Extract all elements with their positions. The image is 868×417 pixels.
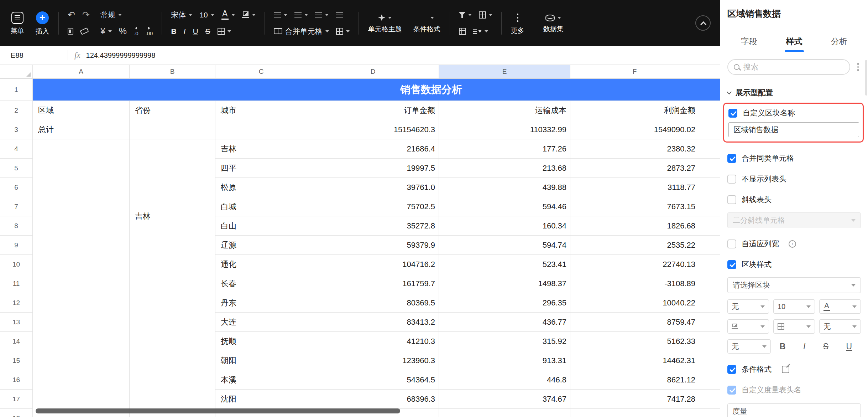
conditional-format-button[interactable]: 条件格式 (408, 14, 446, 32)
cell-city[interactable]: 大连 (215, 313, 307, 332)
row-header[interactable]: 5 (0, 159, 33, 178)
more-button[interactable]: 更多 (505, 12, 530, 34)
row-header[interactable]: 12 (0, 293, 33, 313)
cell-shipping-cost[interactable]: 296.35 (439, 293, 570, 313)
row-header[interactable]: 18 (0, 409, 33, 417)
cell-empty[interactable] (215, 120, 307, 139)
cell-shipping-cost[interactable]: 374.67 (439, 390, 570, 409)
row-header[interactable]: 9 (0, 236, 33, 255)
merge-cells-button[interactable]: 合并单元格 (271, 24, 332, 38)
style-fill-color-select[interactable] (727, 319, 769, 334)
bold-toggle[interactable]: B (780, 342, 786, 351)
bold-button[interactable]: B (168, 24, 179, 38)
row-header[interactable]: 10 (0, 255, 33, 274)
italic-button[interactable]: I (181, 24, 189, 38)
column-header-e-selected[interactable]: E (439, 65, 570, 79)
cell-city[interactable]: 长春 (215, 274, 307, 293)
sort-button[interactable] (470, 24, 491, 38)
panel-more-icon[interactable] (855, 62, 861, 72)
cell-city[interactable]: 白山 (215, 216, 307, 236)
sheet-title-cell[interactable]: 销售数据分析 (33, 79, 720, 101)
cell-profit[interactable]: 1826.68 (570, 216, 699, 236)
increase-decimal-button[interactable]: .00 (142, 24, 156, 38)
eraser-button[interactable] (77, 24, 91, 38)
row-header-2[interactable]: 2 (0, 101, 33, 120)
cell-overflow[interactable] (699, 274, 720, 293)
column-header-f[interactable]: F (570, 65, 699, 79)
cell-total-label[interactable]: 总计 (33, 120, 130, 139)
column-header-c[interactable]: C (215, 65, 307, 79)
cell-name-box[interactable]: E88 (0, 51, 68, 60)
cell-city[interactable]: 吉林 (215, 139, 307, 159)
row-header[interactable]: 6 (0, 178, 33, 197)
row-header[interactable]: 17 (0, 390, 33, 409)
style-border-select[interactable] (773, 319, 815, 334)
cell-city[interactable]: 辽源 (215, 236, 307, 255)
cell-shipping-cost[interactable]: 1498.37 (439, 274, 570, 293)
cell-overflow[interactable] (699, 293, 720, 313)
cell-shipping-cost[interactable] (439, 409, 570, 417)
underline-button[interactable]: U (189, 24, 201, 38)
horizontal-align-button[interactable] (271, 8, 291, 22)
menu-button[interactable]: 菜单 (5, 12, 30, 34)
font-color-button[interactable]: A (218, 8, 238, 22)
cell-order-amount[interactable]: 19997.5 (307, 159, 439, 178)
conditional-format-checkbox-row[interactable]: 条件格式 (727, 364, 861, 374)
cell-order-amount[interactable]: 161759.7 (307, 274, 439, 293)
cell-profit[interactable]: 8759.47 (570, 313, 699, 332)
cell-theme-button[interactable]: 单元格主题 (362, 14, 408, 32)
select-all-corner[interactable] (0, 65, 33, 79)
cell-shipping-cost[interactable]: 594.74 (439, 236, 570, 255)
edit-icon[interactable] (782, 366, 789, 373)
font-family-select[interactable]: 宋体 (168, 8, 195, 22)
row-header[interactable]: 7 (0, 197, 33, 216)
tab-analysis[interactable]: 分析 (830, 36, 849, 52)
style-font-color-select[interactable]: A (819, 299, 861, 314)
percent-format-button[interactable]: % (116, 24, 130, 38)
custom-measure-checkbox-row[interactable]: 自定义度量表头名 (727, 385, 861, 395)
cell-total-order[interactable]: 15154620.3 (307, 120, 439, 139)
cell-header-city[interactable]: 城市 (215, 101, 307, 120)
row-header[interactable]: 4 (0, 139, 33, 159)
row-header-3[interactable]: 3 (0, 120, 33, 139)
cell-overflow[interactable] (699, 159, 720, 178)
info-icon[interactable]: i (789, 240, 796, 248)
slash-header-checkbox-row[interactable]: 斜线表头 (727, 195, 861, 205)
cell-profit[interactable]: 7417.28 (570, 390, 699, 409)
cell-header-profit[interactable]: 利润金额 (570, 101, 699, 120)
cell-overflow[interactable] (699, 178, 720, 197)
tab-style[interactable]: 样式 (785, 36, 804, 52)
borders-button[interactable] (214, 24, 234, 38)
section-display-config[interactable]: 展示型配置 (727, 88, 861, 98)
cell-order-amount[interactable]: 104716.2 (307, 255, 439, 274)
cell-total-profit[interactable]: 1549090.02 (570, 120, 699, 139)
dataset-button[interactable]: 数据集 (538, 14, 569, 32)
merged-province-cell[interactable]: 吉林 (130, 139, 215, 293)
merged-province-cell-2[interactable] (130, 293, 215, 417)
cell-empty[interactable] (130, 120, 215, 139)
redo-button[interactable]: ↷ (79, 8, 93, 22)
slash-cell-select[interactable]: 二分斜线单元格 (727, 212, 861, 228)
cell-shipping-cost[interactable]: 594.46 (439, 197, 570, 216)
formula-value[interactable]: 124.43999999999998 (86, 51, 156, 60)
italic-toggle[interactable]: I (803, 342, 805, 351)
cell-header-region[interactable]: 区域 (33, 101, 130, 120)
style-font-family-select[interactable]: 无 (727, 299, 769, 314)
cell-overflow[interactable] (699, 351, 720, 370)
cell-profit[interactable]: 8621.12 (570, 370, 699, 390)
cell-overflow[interactable] (699, 216, 720, 236)
cell-order-amount[interactable]: 75702.5 (307, 197, 439, 216)
cell-city[interactable]: 通化 (215, 255, 307, 274)
cell-order-amount[interactable]: 39761.0 (307, 178, 439, 197)
filter-button[interactable] (456, 8, 475, 22)
cell-order-amount[interactable]: 41210.3 (307, 332, 439, 351)
style-border-style-select[interactable]: 无 (819, 319, 861, 334)
merge-style-button[interactable] (333, 24, 353, 38)
cell-order-amount[interactable]: 54364.5 (307, 370, 439, 390)
horizontal-scrollbar[interactable] (36, 408, 400, 413)
font-size-select[interactable]: 10 (196, 8, 217, 22)
cell-shipping-cost[interactable]: 439.88 (439, 178, 570, 197)
column-header-d[interactable]: D (307, 65, 439, 79)
search-input[interactable]: 搜索 (727, 59, 850, 75)
cell-overflow[interactable] (699, 409, 720, 417)
